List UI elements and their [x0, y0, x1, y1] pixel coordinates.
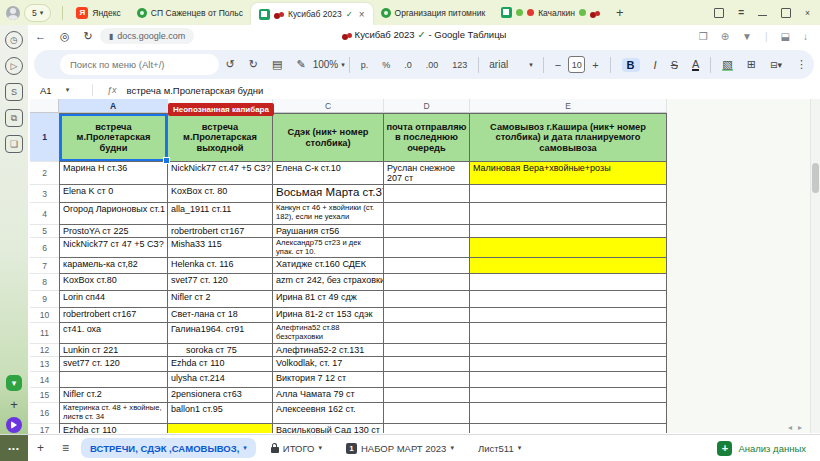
cell-A6[interactable]: NickNick77 ст 47 +5 СЗ?: [59, 238, 168, 258]
sheet-tab-list511[interactable]: Лист511 ▾: [469, 438, 530, 458]
cell-D14[interactable]: [384, 372, 470, 388]
sheet-tab-meetings[interactable]: ВСТРЕЧИ, СДЭК ,САМОВЫВОЗ, ▾: [81, 438, 256, 458]
browser-tab-nursery[interactable]: Организация питомник: [373, 2, 494, 23]
cell-C8[interactable]: azm ст 242, без страховки: [273, 274, 384, 291]
screenshot-icon[interactable]: ⧉: [5, 109, 23, 127]
cell-A16[interactable]: Катеринка ст. 48 + хвойные, листв ст. 34: [59, 403, 168, 424]
cell-E4[interactable]: [470, 203, 667, 225]
cell-D16[interactable]: [384, 403, 470, 424]
cell-E11[interactable]: [470, 323, 667, 344]
cell-C2[interactable]: Елена С-к ст.10: [273, 162, 384, 185]
browser-tab-kusibab-active[interactable]: Кусибаб 2023 ✓ ×: [251, 3, 373, 25]
reload-icon[interactable]: ↻: [84, 30, 93, 43]
row-header-13[interactable]: 13: [30, 357, 59, 372]
market-icon[interactable]: ▾: [6, 375, 22, 391]
cell-C12[interactable]: Алефтина52-2 ст.131: [273, 344, 384, 357]
cell-B5[interactable]: robertrobert ст167: [168, 225, 273, 238]
cell-B8[interactable]: svet77 ст. 120: [168, 274, 273, 291]
cell-D17[interactable]: [384, 424, 470, 433]
font-family-select[interactable]: arial▾: [489, 59, 532, 70]
cell-C7[interactable]: Хатидже ст.160 СДЕК: [273, 258, 384, 274]
back-icon[interactable]: ←: [35, 30, 46, 42]
row-header-6[interactable]: 6: [30, 238, 59, 258]
paint-format-icon[interactable]: ✎: [296, 58, 305, 71]
row-header-7[interactable]: 7: [30, 258, 59, 274]
borders-button[interactable]: ⊞: [747, 58, 756, 71]
play-icon[interactable]: ▷: [5, 57, 23, 75]
cell-B4[interactable]: alla_1911 ст.11: [168, 203, 273, 225]
cell-B7[interactable]: Helenka ст. 116: [168, 258, 273, 274]
cell-D13[interactable]: [384, 357, 470, 372]
cell-A9[interactable]: Lorin сп44: [59, 291, 168, 308]
tab-counter[interactable]: 5 ▾: [24, 4, 51, 22]
italic-button[interactable]: I: [654, 59, 657, 71]
profile-avatar[interactable]: [6, 6, 20, 20]
restore-icon[interactable]: [781, 8, 791, 18]
cell-B14[interactable]: ulysha ст.214: [168, 372, 273, 388]
cell-A7[interactable]: карамель-ка ст,82: [59, 258, 168, 274]
cell-B12[interactable]: soroka ст 75: [168, 344, 273, 357]
cell-E5[interactable]: [470, 225, 667, 238]
row-header-16[interactable]: 16: [30, 403, 59, 424]
row-header-15[interactable]: 15: [30, 388, 59, 403]
cell-B9[interactable]: Nifler ст 2: [168, 291, 273, 308]
cell-E1[interactable]: Самовывоз г.Кашира (ник+ номер столбика)…: [470, 113, 667, 162]
cell-A8[interactable]: KoxBox ст.80: [59, 274, 168, 291]
cell-A13[interactable]: svet77 ст. 120: [59, 357, 168, 372]
cell-C10[interactable]: Ирина 81-2 ст 153 сдэк: [273, 308, 384, 323]
cell-A1[interactable]: встреча м.Пролетарская будни: [59, 113, 168, 162]
cell-C9[interactable]: Ирина 81 ст 49 сдж: [273, 291, 384, 308]
cell-D8[interactable]: [384, 274, 470, 291]
fill-color-button[interactable]: ▧: [722, 59, 732, 71]
cell-B13[interactable]: Ezhda ст 110: [168, 357, 273, 372]
cell-C14[interactable]: Виктория 7 12 ст: [273, 372, 384, 388]
collections-icon[interactable]: ⬓: [781, 31, 790, 42]
bookmark-icon[interactable]: ▼: [742, 31, 752, 42]
add-sheet-button[interactable]: +: [37, 441, 44, 455]
decrease-decimal-button[interactable]: .0: [404, 60, 412, 70]
row-header-5[interactable]: 5: [30, 225, 59, 238]
cell-E3[interactable]: [470, 185, 667, 203]
browser-tab-kachalkin[interactable]: Качалкин: [493, 2, 608, 23]
cell-C11[interactable]: Алефтина52 ст.88 безстраховки: [273, 323, 384, 344]
cell-D9[interactable]: [384, 291, 470, 308]
cell-A12[interactable]: Lunkin ст 221: [59, 344, 168, 357]
cell-A14[interactable]: [59, 372, 168, 388]
services-icon[interactable]: S: [5, 83, 23, 101]
column-header-C[interactable]: C: [273, 99, 384, 113]
grid-corner[interactable]: [30, 99, 59, 113]
row-header-12[interactable]: 12: [30, 344, 59, 357]
print-icon[interactable]: ▤: [272, 58, 282, 71]
dzen-icon[interactable]: ◎: [60, 30, 70, 43]
sidebar-add-icon[interactable]: +: [0, 397, 28, 412]
formula-input[interactable]: встреча м.Пролетарская будни: [127, 85, 264, 96]
cell-A4[interactable]: Огород Ларионовых ст.1: [59, 203, 168, 225]
cell-B1[interactable]: встреча м.Пролетарская выходной: [168, 113, 273, 162]
cell-D10[interactable]: [384, 308, 470, 323]
horizontal-scroll-arrows[interactable]: ◂▸: [788, 423, 808, 432]
selection-fill-handle[interactable]: [163, 157, 170, 164]
redo-icon[interactable]: ↻: [249, 58, 258, 71]
close-tab-icon[interactable]: ×: [359, 9, 365, 20]
cell-E17[interactable]: [470, 424, 667, 433]
cell-D4[interactable]: [384, 203, 470, 225]
all-sheets-icon[interactable]: ≡: [62, 441, 69, 455]
cell-A15[interactable]: Nifler ст.2: [59, 388, 168, 403]
text-color-button[interactable]: A: [692, 59, 699, 71]
cell-A10[interactable]: robertrobert ст167: [59, 308, 168, 323]
zoom-select[interactable]: 100%▾: [313, 59, 345, 70]
sheet-tab-march-2023[interactable]: 1 НАБОР МАРТ 2023 ▾: [337, 438, 463, 458]
browser-menu-icon[interactable]: =: [738, 7, 744, 18]
column-header-A[interactable]: A: [59, 99, 168, 113]
increase-font-size-button[interactable]: +: [592, 59, 598, 71]
cell-B17[interactable]: [168, 424, 273, 433]
cell-E7[interactable]: [470, 258, 667, 274]
cell-C13[interactable]: Volkodlak, ст. 17: [273, 357, 384, 372]
cell-A11[interactable]: ст41. оха: [59, 323, 168, 344]
cell-D7[interactable]: [384, 258, 470, 274]
column-header-E[interactable]: E: [470, 99, 667, 113]
cell-D3[interactable]: [384, 185, 470, 203]
cell-B6[interactable]: Misha33 115: [168, 238, 273, 258]
cell-E2[interactable]: Малиновая Вера+хвойные+розы: [470, 162, 667, 185]
cell-C3[interactable]: Восьмая Марта ст.37: [273, 185, 384, 203]
